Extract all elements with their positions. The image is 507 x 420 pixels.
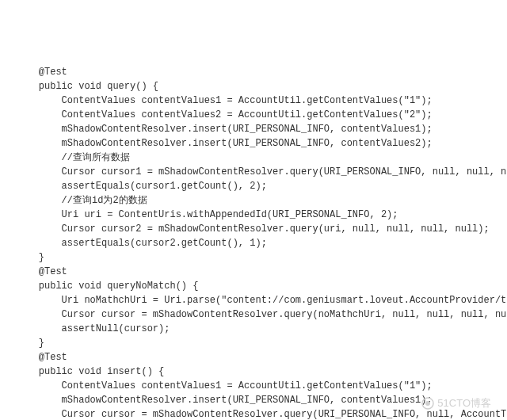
code-line: @Test <box>16 65 491 79</box>
code-line: assertNull(cursor); <box>16 322 491 336</box>
svg-point-1 <box>425 401 430 406</box>
code-line: //查询id为2的数据 <box>16 193 491 208</box>
watermark-text: 51CTO博客 <box>437 397 491 409</box>
code-line: mShadowContentResolver.insert(URI_PERSON… <box>16 136 491 151</box>
code-line: assertEquals(cursor2.getCount(), 1); <box>16 236 491 250</box>
code-line: mShadowContentResolver.insert(URI_PERSON… <box>16 122 491 136</box>
code-line: assertEquals(cursor1.getCount(), 2); <box>16 179 491 193</box>
code-line: Uri uri = ContentUris.withAppendedId(URI… <box>16 208 491 222</box>
code-line: ContentValues contentValues1 = AccountUt… <box>16 94 491 108</box>
code-block: @Test public void query() { ContentValue… <box>16 65 491 420</box>
code-line: @Test <box>16 265 491 279</box>
code-line: Cursor cursor = mShadowContentResolver.q… <box>16 307 491 322</box>
code-line: public void queryNoMatch() { <box>16 279 491 293</box>
code-line: @Test <box>16 350 491 365</box>
code-line: public void insert() { <box>16 365 491 379</box>
code-line: } <box>16 336 491 350</box>
code-line: Cursor cursor1 = mShadowContentResolver.… <box>16 165 491 179</box>
code-line: Uri noMathchUri = Uri.parse("content://c… <box>16 293 491 307</box>
code-line: } <box>16 250 491 265</box>
code-line: public void query() { <box>16 79 491 94</box>
code-line: ContentValues contentValues2 = AccountUt… <box>16 108 491 122</box>
code-line: Cursor cursor2 = mShadowContentResolver.… <box>16 222 491 236</box>
watermark: 51CTO博客 <box>416 380 491 410</box>
watermark-logo-icon <box>421 397 434 410</box>
code-line: //查询所有数据 <box>16 151 491 165</box>
